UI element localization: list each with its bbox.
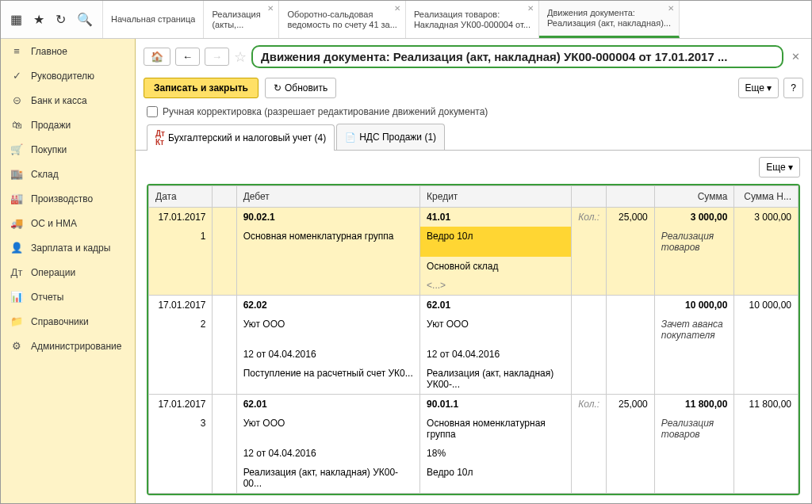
sidebar-icon: Дт bbox=[10, 266, 23, 278]
sidebar-icon: 🛍 bbox=[10, 119, 23, 131]
sidebar-icon: ⊝ bbox=[10, 94, 23, 106]
close-icon[interactable]: ✕ bbox=[788, 51, 803, 63]
refresh-icon: ↻ bbox=[274, 82, 282, 94]
sidebar-icon: 🏬 bbox=[10, 168, 23, 180]
sidebar-item[interactable]: 🚚ОС и НМА bbox=[1, 211, 135, 235]
col-credit[interactable]: Кредит bbox=[420, 186, 572, 208]
sidebar-item[interactable]: 🛒Покупки bbox=[1, 137, 135, 162]
forward-button[interactable]: → bbox=[205, 48, 229, 66]
sidebar-item[interactable]: ДтОперации bbox=[1, 260, 135, 284]
history-icon[interactable]: ↻ bbox=[56, 12, 66, 27]
col-date[interactable]: Дата bbox=[149, 186, 213, 208]
sidebar-item[interactable]: ✓Руководителю bbox=[1, 63, 135, 88]
sidebar-item[interactable]: ⊝Банк и касса bbox=[1, 88, 135, 113]
top-tab[interactable]: ✕Реализация(акты,... bbox=[204, 1, 279, 38]
favorite-icon[interactable]: ☆ bbox=[234, 48, 247, 66]
sidebar-item[interactable]: 🛍Продажи bbox=[1, 113, 135, 137]
manual-edit-checkbox[interactable] bbox=[147, 106, 158, 117]
sidebar-icon: ≡ bbox=[10, 45, 23, 57]
sidebar-icon: 📊 bbox=[10, 291, 23, 303]
star-icon[interactable]: ★ bbox=[33, 12, 44, 27]
col-sum2[interactable]: Сумма Н... bbox=[734, 186, 799, 208]
movements-table[interactable]: Дата Дебет Кредит Сумма Сумма Н... 17.01… bbox=[148, 185, 799, 495]
more-button[interactable]: Еще ▾ bbox=[738, 78, 779, 98]
tab-close-icon[interactable]: ✕ bbox=[668, 4, 674, 13]
top-tab[interactable]: Начальная страница bbox=[103, 1, 204, 38]
help-button[interactable]: ? bbox=[783, 78, 803, 98]
col-debet[interactable]: Дебет bbox=[236, 186, 419, 208]
grid-more-button[interactable]: Еще ▾ bbox=[759, 157, 800, 178]
page-title: Движения документа: Реализация (акт, нак… bbox=[251, 45, 783, 68]
sidebar-item[interactable]: ≡Главное bbox=[1, 39, 135, 63]
sidebar-item[interactable]: 🏭Производство bbox=[1, 186, 135, 211]
top-tab[interactable]: ✕Движения документа:Реализация (акт, нак… bbox=[539, 1, 680, 38]
sidebar-icon: 🏭 bbox=[10, 193, 23, 204]
top-tab[interactable]: ✕Оборотно-сальдоваяведомость по счету 41… bbox=[279, 1, 405, 38]
sidebar-icon: 🛒 bbox=[10, 143, 23, 155]
tab-close-icon[interactable]: ✕ bbox=[527, 4, 534, 13]
home-button[interactable]: 🏠 bbox=[144, 48, 170, 66]
search-icon[interactable]: 🔍 bbox=[77, 12, 93, 27]
tab-accounting[interactable]: ДтКтБухгалтерский и налоговый учет (4) bbox=[147, 124, 335, 151]
sidebar-item[interactable]: 🏬Склад bbox=[1, 162, 135, 186]
sidebar-icon: 👤 bbox=[10, 242, 23, 254]
apps-icon[interactable]: ▦ bbox=[10, 12, 22, 27]
refresh-button[interactable]: ↻Обновить bbox=[265, 78, 336, 98]
sidebar-icon: 📁 bbox=[10, 315, 23, 327]
col-sum[interactable]: Сумма bbox=[654, 186, 734, 208]
sidebar-item[interactable]: 📁Справочники bbox=[1, 309, 135, 334]
document-icon: 📄 bbox=[345, 132, 356, 143]
tab-close-icon[interactable]: ✕ bbox=[394, 4, 400, 13]
save-close-button[interactable]: Записать и закрыть bbox=[144, 78, 259, 98]
sidebar-item[interactable]: 📊Отчеты bbox=[1, 284, 135, 309]
sidebar-item[interactable]: ⚙Администрирование bbox=[1, 334, 135, 358]
tab-vat-sales[interactable]: 📄НДС Продажи (1) bbox=[336, 124, 445, 150]
sidebar-icon: ⚙ bbox=[10, 340, 23, 352]
manual-edit-label: Ручная корректировка (разрешает редактир… bbox=[163, 106, 488, 117]
dt-kt-icon: ДтКт bbox=[155, 129, 165, 147]
sidebar-item[interactable]: 👤Зарплата и кадры bbox=[1, 235, 135, 260]
sidebar-icon: ✓ bbox=[10, 70, 23, 82]
back-button[interactable]: ← bbox=[175, 48, 200, 66]
sidebar-icon: 🚚 bbox=[10, 217, 23, 229]
top-tab[interactable]: ✕Реализация товаров:Накладная УК00-00000… bbox=[406, 1, 539, 38]
tab-close-icon[interactable]: ✕ bbox=[267, 4, 274, 13]
